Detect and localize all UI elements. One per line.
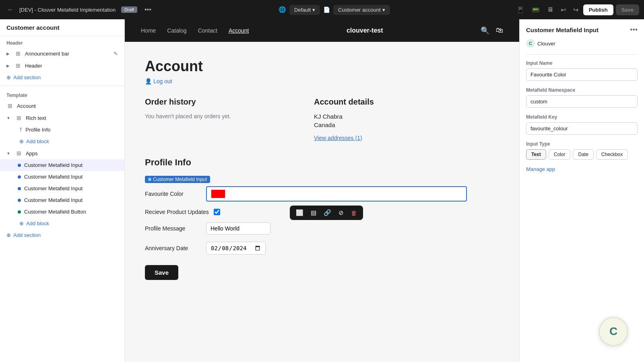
add-block-1-label: Add block [26,138,49,144]
type-text-button[interactable]: Text [526,149,546,160]
publish-button[interactable]: Publish [583,4,613,15]
sidebar-item-rich-text[interactable]: ▼ ⊞ Rich text [0,112,124,124]
sidebar-item-profile-info[interactable]: T Profile Info [0,124,124,136]
add-section-1-label: Add section [13,74,41,80]
profile-section: Profile Info Customer Metafield Input Fa… [145,157,467,280]
namespace-group: Metafield Namespace [526,87,638,108]
sidebar-app-cmi-1[interactable]: Customer Metafield Input [0,159,124,171]
topbar-title: [DEV] - Clouver Metafield Implementation [19,7,116,13]
toolbar-align-left[interactable]: ⬜ [294,208,305,218]
save-button[interactable]: Save [616,4,639,15]
anniversary-date-input[interactable] [206,242,266,255]
namespace-label: Metafield Namespace [526,87,638,93]
view-addresses-link[interactable]: View addresses (1) [314,135,362,141]
topbar-center: 🌐 Default ▾ 📄 Customer account ▾ [158,5,511,15]
anniversary-date-row: Anniversary Date [145,242,467,255]
right-panel-title: Customer Metafield Input [526,27,599,33]
page-title: Account [145,58,467,75]
profile-message-input[interactable] [206,222,270,234]
type-color-button[interactable]: Color [549,149,571,160]
input-name-field[interactable] [526,68,638,81]
metafield-badge-label: Customer Metafield Input [153,177,207,182]
order-empty-text: You haven't placed any orders yet. [145,113,298,119]
sidebar-item-apps[interactable]: ▼ ⊞ Apps [0,147,124,159]
right-panel-more-button[interactable]: ••• [630,26,638,34]
brand-name: Clouver [537,41,555,47]
theme-label: Default [294,7,311,13]
logout-link[interactable]: 👤 Log out [145,78,467,84]
device-desktop-icon[interactable]: 🖥 [545,4,556,15]
app-dot-5 [18,210,21,214]
sidebar-divider-1 [0,86,124,86]
chevron-down-icon-rich: ▼ [6,116,10,120]
type-checkbox-button[interactable]: Checkbox [596,149,628,160]
device-tablet-icon[interactable]: 📟 [529,4,542,15]
search-icon[interactable]: 🔍 [481,26,489,35]
account-name: KJ Chabra [314,113,467,120]
colour-swatch[interactable] [211,189,225,198]
add-section-2-button[interactable]: ⊕ Add section [0,229,124,241]
cart-icon[interactable]: 🛍 [496,26,503,35]
clouver-fab[interactable]: C [599,317,628,346]
page-selector[interactable]: Customer account ▾ [333,5,390,15]
plus-icon-4: ⊕ [6,232,11,238]
sidebar-item-account[interactable]: ⊞ Account [0,100,124,112]
sidebar-item-header[interactable]: ▶ ⊞ Header [0,60,124,72]
type-date-button[interactable]: Date [573,149,593,160]
person-icon: 👤 [145,78,152,84]
sidebar-app-cmb[interactable]: Customer Metafield Button [0,206,124,218]
account-country: Canada [314,121,467,128]
key-field[interactable] [526,122,638,135]
sidebar-app-cmi-4[interactable]: Customer Metafield Input [0,194,124,206]
nav-contact[interactable]: Contact [198,27,217,34]
profile-message-row: Profile Message [145,222,467,234]
cmb-label: Customer Metafield Button [24,209,86,215]
apps-section-icon: ⊞ [15,150,23,156]
nav-catalog[interactable]: Catalog [167,27,186,34]
undo-button[interactable]: ↩ [558,4,568,15]
page-icon: 📄 [323,6,330,13]
topbar: ← [DEV] - Clouver Metafield Implementati… [0,0,644,19]
manage-app-link[interactable]: Manage app [526,166,638,172]
form-save-button[interactable]: Save [145,265,178,280]
device-mobile-icon[interactable]: 📱 [514,4,527,15]
cmi-3-label: Customer Metafield Input [24,185,83,191]
receive-updates-checkbox[interactable] [214,209,220,215]
add-block-2-label: Add block [26,220,49,226]
cmi-2-label: Customer Metafield Input [24,174,83,180]
metafield-badge[interactable]: Customer Metafield Input [145,176,210,183]
text-block-icon: T [19,127,22,133]
sidebar-item-announcement-bar[interactable]: ▶ ⊞ Announcement bar ✎ [0,47,124,60]
toolbar-link[interactable]: 🔗 [322,208,333,218]
plus-icon-1: ⊕ [6,74,11,80]
two-col-section: Order history You haven't placed any ord… [145,97,467,141]
theme-selector[interactable]: Default ▾ [289,5,320,15]
topbar-more-button[interactable]: ••• [141,4,155,15]
toolbar-delete[interactable]: 🗑 [349,208,359,218]
input-type-label: Input Type [526,141,638,147]
plus-icon-2: ⊕ [19,138,24,144]
add-section-1-button[interactable]: ⊕ Add section [0,72,124,83]
add-block-1-button[interactable]: ⊕ Add block [0,136,124,147]
nav-account[interactable]: Account [229,27,249,34]
edit-icon: ✎ [114,51,118,57]
topbar-right: 📱 📟 🖥 ↩ ↪ Publish Save [514,4,639,15]
add-block-2-button[interactable]: ⊕ Add block [0,218,124,229]
sidebar-app-cmi-2[interactable]: Customer Metafield Input [0,171,124,183]
colour-input[interactable] [206,186,467,202]
sidebar-title: Customer account [0,19,124,36]
anniversary-date-label: Anniversary Date [145,245,201,251]
store-nav-icons: 🔍 🛍 [481,26,503,35]
redo-button[interactable]: ↪ [571,4,581,15]
toolbar-align-center[interactable]: ▤ [309,208,318,218]
back-button[interactable]: ← [5,4,16,15]
toolbar-unlink[interactable]: ⊘ [336,208,346,218]
sidebar-app-cmi-3[interactable]: Customer Metafield Input [0,183,124,194]
nav-home[interactable]: Home [141,27,156,34]
apps-label: Apps [26,150,38,156]
namespace-field[interactable] [526,95,638,108]
account-details-section: Account details KJ Chabra Canada View ad… [314,97,467,141]
rich-text-label: Rich text [26,115,46,121]
add-section-2-label: Add section [13,232,41,238]
favourite-color-wrapper: Favourite Color ⬜ ▤ 🔗 ⊘ 🗑 [145,186,467,202]
